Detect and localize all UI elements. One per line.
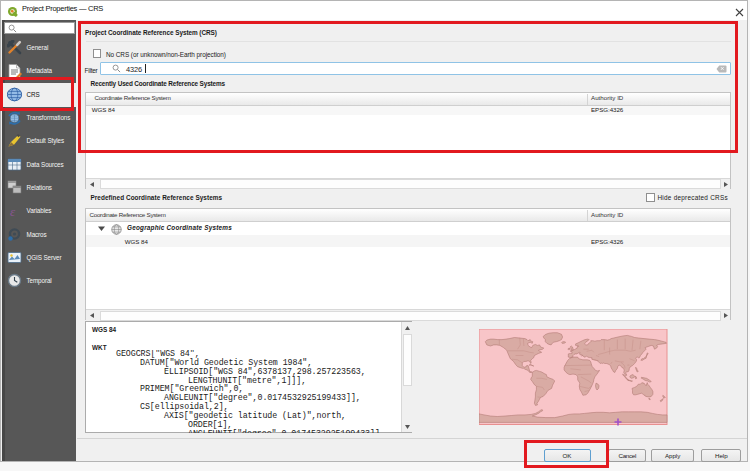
svg-text:ε: ε	[10, 204, 16, 219]
